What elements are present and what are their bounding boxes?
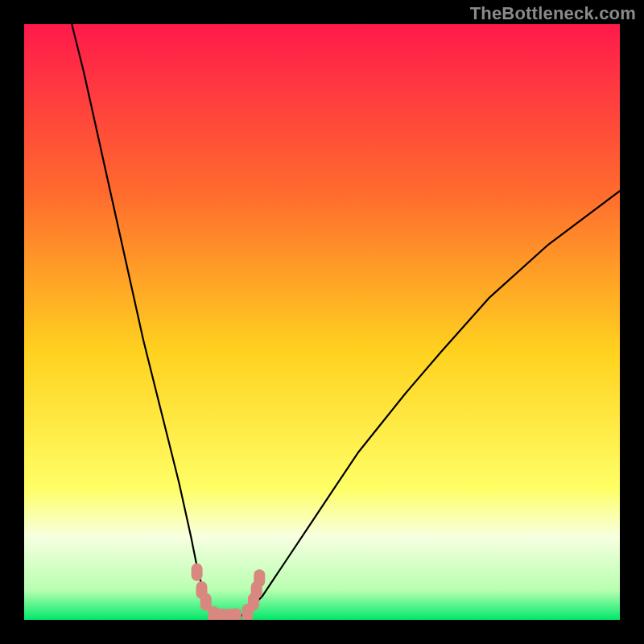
marker-point	[254, 569, 265, 587]
marker-point	[192, 564, 203, 581]
watermark-text: TheBottleneck.com	[470, 3, 636, 24]
marker-point	[230, 608, 242, 620]
outer-frame: TheBottleneck.com	[0, 0, 644, 644]
chart-background	[24, 24, 620, 620]
bottleneck-chart	[24, 24, 620, 620]
